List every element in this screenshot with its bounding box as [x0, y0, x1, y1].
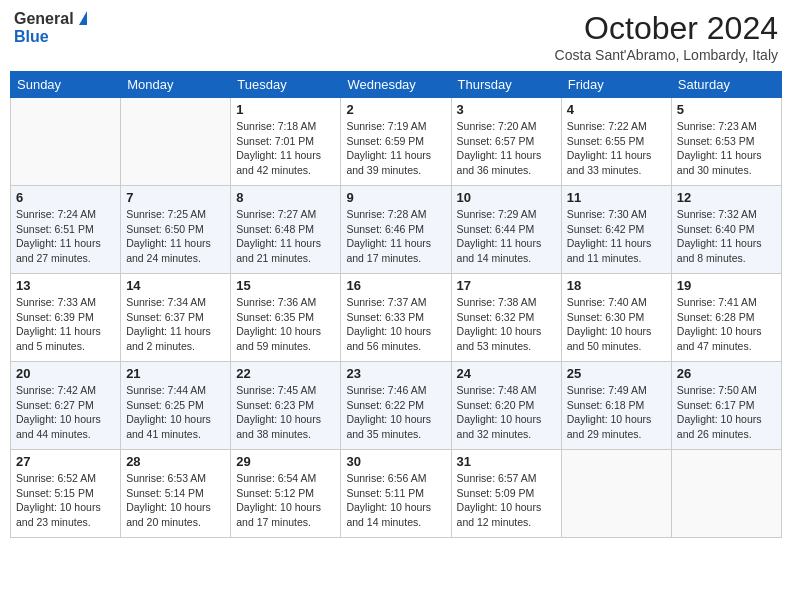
day-number: 4 [567, 102, 666, 117]
calendar-day-cell: 28Sunrise: 6:53 AMSunset: 5:14 PMDayligh… [121, 450, 231, 538]
calendar-day-cell: 23Sunrise: 7:46 AMSunset: 6:22 PMDayligh… [341, 362, 451, 450]
calendar-day-cell: 10Sunrise: 7:29 AMSunset: 6:44 PMDayligh… [451, 186, 561, 274]
day-info: Sunrise: 7:49 AMSunset: 6:18 PMDaylight:… [567, 383, 666, 442]
day-number: 20 [16, 366, 115, 381]
calendar-day-cell: 8Sunrise: 7:27 AMSunset: 6:48 PMDaylight… [231, 186, 341, 274]
calendar-day-cell: 14Sunrise: 7:34 AMSunset: 6:37 PMDayligh… [121, 274, 231, 362]
day-number: 18 [567, 278, 666, 293]
calendar-day-cell: 18Sunrise: 7:40 AMSunset: 6:30 PMDayligh… [561, 274, 671, 362]
calendar-day-cell: 13Sunrise: 7:33 AMSunset: 6:39 PMDayligh… [11, 274, 121, 362]
day-info: Sunrise: 6:57 AMSunset: 5:09 PMDaylight:… [457, 471, 556, 530]
day-info: Sunrise: 7:18 AMSunset: 7:01 PMDaylight:… [236, 119, 335, 178]
day-info: Sunrise: 7:38 AMSunset: 6:32 PMDaylight:… [457, 295, 556, 354]
day-number: 3 [457, 102, 556, 117]
calendar-day-header: Monday [121, 72, 231, 98]
calendar-day-cell: 6Sunrise: 7:24 AMSunset: 6:51 PMDaylight… [11, 186, 121, 274]
day-number: 30 [346, 454, 445, 469]
calendar-day-header: Sunday [11, 72, 121, 98]
calendar-day-cell: 1Sunrise: 7:18 AMSunset: 7:01 PMDaylight… [231, 98, 341, 186]
day-info: Sunrise: 7:41 AMSunset: 6:28 PMDaylight:… [677, 295, 776, 354]
calendar-day-cell: 24Sunrise: 7:48 AMSunset: 6:20 PMDayligh… [451, 362, 561, 450]
calendar-day-header: Saturday [671, 72, 781, 98]
calendar-day-cell: 5Sunrise: 7:23 AMSunset: 6:53 PMDaylight… [671, 98, 781, 186]
calendar-day-cell: 22Sunrise: 7:45 AMSunset: 6:23 PMDayligh… [231, 362, 341, 450]
day-info: Sunrise: 7:44 AMSunset: 6:25 PMDaylight:… [126, 383, 225, 442]
day-info: Sunrise: 7:24 AMSunset: 6:51 PMDaylight:… [16, 207, 115, 266]
day-number: 7 [126, 190, 225, 205]
calendar-day-cell [561, 450, 671, 538]
day-info: Sunrise: 7:48 AMSunset: 6:20 PMDaylight:… [457, 383, 556, 442]
day-info: Sunrise: 7:22 AMSunset: 6:55 PMDaylight:… [567, 119, 666, 178]
calendar-day-cell: 30Sunrise: 6:56 AMSunset: 5:11 PMDayligh… [341, 450, 451, 538]
logo-blue-text: Blue [14, 28, 49, 46]
day-info: Sunrise: 7:46 AMSunset: 6:22 PMDaylight:… [346, 383, 445, 442]
calendar-day-cell: 12Sunrise: 7:32 AMSunset: 6:40 PMDayligh… [671, 186, 781, 274]
calendar-day-cell: 16Sunrise: 7:37 AMSunset: 6:33 PMDayligh… [341, 274, 451, 362]
day-info: Sunrise: 7:29 AMSunset: 6:44 PMDaylight:… [457, 207, 556, 266]
day-info: Sunrise: 7:40 AMSunset: 6:30 PMDaylight:… [567, 295, 666, 354]
calendar-day-cell [671, 450, 781, 538]
day-info: Sunrise: 7:30 AMSunset: 6:42 PMDaylight:… [567, 207, 666, 266]
calendar-day-cell: 25Sunrise: 7:49 AMSunset: 6:18 PMDayligh… [561, 362, 671, 450]
day-number: 12 [677, 190, 776, 205]
page-header: General Blue October 2024 Costa Sant'Abr… [10, 10, 782, 63]
day-number: 6 [16, 190, 115, 205]
day-number: 21 [126, 366, 225, 381]
calendar-week-row: 1Sunrise: 7:18 AMSunset: 7:01 PMDaylight… [11, 98, 782, 186]
day-number: 22 [236, 366, 335, 381]
calendar-day-cell: 26Sunrise: 7:50 AMSunset: 6:17 PMDayligh… [671, 362, 781, 450]
day-number: 13 [16, 278, 115, 293]
day-info: Sunrise: 6:53 AMSunset: 5:14 PMDaylight:… [126, 471, 225, 530]
calendar-header-row: SundayMondayTuesdayWednesdayThursdayFrid… [11, 72, 782, 98]
day-number: 2 [346, 102, 445, 117]
day-number: 14 [126, 278, 225, 293]
day-number: 23 [346, 366, 445, 381]
calendar-day-cell: 15Sunrise: 7:36 AMSunset: 6:35 PMDayligh… [231, 274, 341, 362]
day-number: 29 [236, 454, 335, 469]
logo-general-text: General [14, 10, 74, 28]
calendar-day-header: Thursday [451, 72, 561, 98]
day-info: Sunrise: 6:56 AMSunset: 5:11 PMDaylight:… [346, 471, 445, 530]
day-number: 9 [346, 190, 445, 205]
day-info: Sunrise: 7:34 AMSunset: 6:37 PMDaylight:… [126, 295, 225, 354]
calendar-week-row: 20Sunrise: 7:42 AMSunset: 6:27 PMDayligh… [11, 362, 782, 450]
day-info: Sunrise: 7:50 AMSunset: 6:17 PMDaylight:… [677, 383, 776, 442]
day-info: Sunrise: 7:28 AMSunset: 6:46 PMDaylight:… [346, 207, 445, 266]
calendar-day-cell: 9Sunrise: 7:28 AMSunset: 6:46 PMDaylight… [341, 186, 451, 274]
calendar-week-row: 6Sunrise: 7:24 AMSunset: 6:51 PMDaylight… [11, 186, 782, 274]
calendar-day-cell: 3Sunrise: 7:20 AMSunset: 6:57 PMDaylight… [451, 98, 561, 186]
day-number: 5 [677, 102, 776, 117]
calendar-day-cell: 29Sunrise: 6:54 AMSunset: 5:12 PMDayligh… [231, 450, 341, 538]
calendar-day-cell: 21Sunrise: 7:44 AMSunset: 6:25 PMDayligh… [121, 362, 231, 450]
calendar-day-cell: 2Sunrise: 7:19 AMSunset: 6:59 PMDaylight… [341, 98, 451, 186]
day-number: 10 [457, 190, 556, 205]
day-number: 19 [677, 278, 776, 293]
day-info: Sunrise: 7:42 AMSunset: 6:27 PMDaylight:… [16, 383, 115, 442]
day-info: Sunrise: 7:25 AMSunset: 6:50 PMDaylight:… [126, 207, 225, 266]
calendar-day-cell: 19Sunrise: 7:41 AMSunset: 6:28 PMDayligh… [671, 274, 781, 362]
calendar-day-cell: 20Sunrise: 7:42 AMSunset: 6:27 PMDayligh… [11, 362, 121, 450]
day-number: 31 [457, 454, 556, 469]
day-number: 26 [677, 366, 776, 381]
calendar-day-header: Tuesday [231, 72, 341, 98]
day-info: Sunrise: 7:33 AMSunset: 6:39 PMDaylight:… [16, 295, 115, 354]
calendar-day-header: Wednesday [341, 72, 451, 98]
day-number: 1 [236, 102, 335, 117]
calendar-day-cell: 17Sunrise: 7:38 AMSunset: 6:32 PMDayligh… [451, 274, 561, 362]
day-info: Sunrise: 7:27 AMSunset: 6:48 PMDaylight:… [236, 207, 335, 266]
day-info: Sunrise: 7:20 AMSunset: 6:57 PMDaylight:… [457, 119, 556, 178]
day-number: 28 [126, 454, 225, 469]
day-number: 11 [567, 190, 666, 205]
day-info: Sunrise: 6:52 AMSunset: 5:15 PMDaylight:… [16, 471, 115, 530]
calendar-week-row: 13Sunrise: 7:33 AMSunset: 6:39 PMDayligh… [11, 274, 782, 362]
calendar-day-cell [11, 98, 121, 186]
day-info: Sunrise: 7:23 AMSunset: 6:53 PMDaylight:… [677, 119, 776, 178]
day-info: Sunrise: 6:54 AMSunset: 5:12 PMDaylight:… [236, 471, 335, 530]
day-info: Sunrise: 7:32 AMSunset: 6:40 PMDaylight:… [677, 207, 776, 266]
day-info: Sunrise: 7:37 AMSunset: 6:33 PMDaylight:… [346, 295, 445, 354]
calendar-day-header: Friday [561, 72, 671, 98]
calendar-day-cell [121, 98, 231, 186]
calendar-day-cell: 7Sunrise: 7:25 AMSunset: 6:50 PMDaylight… [121, 186, 231, 274]
title-block: October 2024 Costa Sant'Abramo, Lombardy… [555, 10, 778, 63]
day-number: 15 [236, 278, 335, 293]
